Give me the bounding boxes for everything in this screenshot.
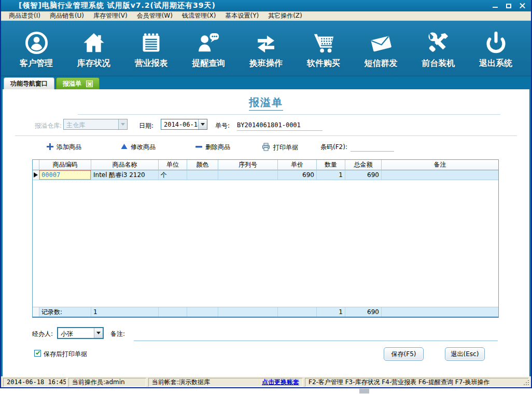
toolbar-stock-status[interactable]: 库存状况: [68, 28, 120, 69]
table-header-indicator: [33, 160, 39, 170]
screen: [领智]电脑行业管理系统 试用版v7.2(试用期还有39天) 商品进货(I) 商…: [0, 0, 532, 394]
table-header: 商品名称: [91, 160, 159, 170]
chevron-down-icon: [198, 119, 207, 129]
footer-qty-total: 1: [317, 307, 345, 317]
date-select[interactable]: 2014-06-18: [161, 119, 207, 130]
tab-close-icon[interactable]: [86, 80, 93, 87]
table-header: 颜色: [187, 160, 218, 170]
chevron-down-icon: [118, 119, 127, 129]
toolbar-frontdesk-assembly[interactable]: 前台装机: [412, 28, 464, 69]
toolbar-customer-management[interactable]: 客户管理: [10, 28, 62, 69]
header-form-row: 报溢仓库: 主仓库 日期: 2014-06-18 单号: BY201406180…: [3, 119, 529, 131]
page-title: 报溢单: [3, 96, 529, 111]
cell-product-name[interactable]: Intel 酷睿i3 2120: [91, 170, 159, 180]
toolbar-software-purchase[interactable]: 软件购买: [298, 28, 349, 69]
footer-record-label: 记录数:: [39, 307, 91, 317]
table-header: 数量: [317, 160, 345, 170]
mail-icon: [369, 28, 394, 55]
operator-row: 经办人: 小张 备注:: [3, 325, 529, 339]
desktop-strip: [0, 388, 532, 394]
menu-item-purchase[interactable]: 商品进货(I): [4, 11, 45, 21]
close-icon[interactable]: [519, 2, 526, 9]
status-bar: 2014-06-18 16:45:08 当前操作员:admin 当前帐套:演示数…: [1, 376, 531, 387]
table-header: 总金额: [345, 160, 382, 170]
separator-line: [15, 135, 517, 136]
table-empty-area: [33, 180, 498, 307]
title-bar: [领智]电脑行业管理系统 试用版v7.2(试用期还有39天): [1, 0, 531, 11]
user-circle-icon: [24, 28, 49, 55]
menu-bar: 商品进货(I) 商品销售(U) 库存管理(V) 会员管理(W) 钱流管理(X) …: [1, 11, 531, 21]
maximize-icon[interactable]: [505, 2, 512, 9]
menu-item-other[interactable]: 其它操作(Z): [263, 11, 307, 21]
menu-item-sales[interactable]: 商品销售(U): [45, 11, 89, 21]
swap-arrows-icon: [254, 28, 278, 55]
table-header: 单位: [159, 160, 187, 170]
minimize-icon[interactable]: [492, 2, 499, 9]
footer-record-count: 1: [91, 307, 159, 317]
switch-account-link[interactable]: 点击更换账套: [262, 378, 299, 387]
resize-grip[interactable]: [523, 379, 529, 386]
triangle-up-icon: [121, 143, 128, 151]
date-label: 日期:: [139, 121, 153, 130]
operator-select[interactable]: 小张: [57, 327, 104, 339]
status-hotkeys: F2-客户管理 F3-库存状况 F4-营业报表 F6-提醒查询 F7-换班操作: [305, 378, 529, 387]
warehouse-label: 报溢仓库:: [35, 121, 62, 130]
printer-icon: [262, 143, 270, 153]
minus-icon: [195, 143, 202, 152]
print-after-save-label: 保存后打印单据: [44, 350, 87, 359]
notepad-icon: [139, 28, 163, 55]
footer-amount-total: 690: [345, 307, 382, 317]
save-button[interactable]: 保存(F5): [384, 347, 424, 361]
toolbar-sms-broadcast[interactable]: 短信群发: [355, 28, 407, 69]
exit-button[interactable]: 退出(Esc): [445, 347, 485, 361]
cell-color[interactable]: [187, 170, 218, 180]
table-header: 备注: [382, 160, 498, 170]
operator-label: 经办人:: [32, 330, 53, 338]
tools-icon: [426, 28, 451, 55]
window-title: [领智]电脑行业管理系统 试用版v7.2(试用期还有39天): [1, 1, 216, 10]
delete-item-button[interactable]: 删除商品: [195, 143, 230, 152]
status-datetime: 2014-06-18 16:45:08: [3, 378, 66, 387]
menu-item-cashflow[interactable]: 钱流管理(X): [177, 11, 221, 21]
tab-overflow-report[interactable]: 报溢单: [56, 77, 100, 89]
taskbar-fragment: [359, 389, 369, 393]
status-account: 当前帐套:演示数据库: [152, 378, 210, 387]
barcode-field-group: 条码(F2):: [320, 143, 394, 152]
status-operator: 当前操作员:admin: [68, 378, 146, 387]
cell-unit[interactable]: 个: [159, 170, 187, 180]
cell-serial[interactable]: [218, 170, 278, 180]
row-arrow-icon: [34, 172, 38, 178]
toolbar-reminder-query[interactable]: 提醒查询: [183, 28, 234, 69]
document-area: 报溢单 报溢仓库: 主仓库 日期: 2014-06-18 单号: BY20140…: [1, 89, 531, 376]
cell-total-amount[interactable]: 690: [345, 170, 382, 180]
action-row: 添加商品 修改商品 删除商品 打印单据 条码(F2):: [3, 143, 529, 154]
app-window: [领智]电脑行业管理系统 试用版v7.2(试用期还有39天) 商品进货(I) 商…: [0, 0, 532, 388]
cell-quantity[interactable]: 1: [317, 170, 345, 180]
toolbar-shift-change[interactable]: 换班操作: [240, 28, 292, 69]
cell-remark[interactable]: [382, 170, 498, 180]
tab-navigation-window[interactable]: 功能导航窗口: [4, 77, 54, 89]
person-chat-icon: [197, 28, 221, 55]
cell-unit-price[interactable]: 690: [278, 170, 317, 180]
status-account-panel: 当前帐套:演示数据库 点击更换账套: [148, 378, 303, 387]
print-after-save-checkbox[interactable]: [34, 350, 41, 357]
print-document-button[interactable]: 打印单据: [262, 143, 298, 153]
barcode-input[interactable]: [351, 143, 394, 152]
tab-bar: 功能导航窗口 报溢单: [1, 76, 531, 89]
menu-item-inventory[interactable]: 库存管理(V): [89, 11, 132, 21]
menu-item-members[interactable]: 会员管理(W): [132, 11, 177, 21]
menu-item-settings[interactable]: 基本设置(Y): [220, 11, 263, 21]
save-options-row: 保存后打印单据 保存(F5) 退出(Esc): [3, 347, 529, 362]
toolbar-business-report[interactable]: 营业报表: [125, 28, 177, 69]
add-item-button[interactable]: 添加商品: [47, 143, 81, 152]
selected-cell: 00007: [39, 170, 91, 180]
separator-line: [78, 114, 500, 115]
barcode-label: 条码(F2):: [320, 143, 347, 152]
main-toolbar: 客户管理 库存状况 营业报表 提醒查询: [1, 21, 531, 76]
home-icon: [81, 28, 106, 55]
toolbar-exit-system[interactable]: 退出系统: [470, 28, 522, 69]
modify-item-button[interactable]: 修改商品: [121, 143, 156, 152]
cell-product-code[interactable]: 00007: [39, 170, 91, 180]
remark-label: 备注:: [110, 330, 125, 338]
remark-input[interactable]: [134, 333, 498, 341]
